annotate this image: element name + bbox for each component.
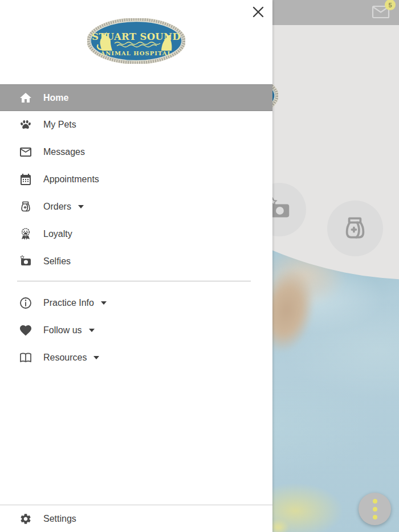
unread-count-badge: 5 <box>385 0 396 10</box>
camera-star-icon <box>19 255 32 268</box>
drawer-item-follow-us[interactable]: Follow us <box>0 317 272 344</box>
pool-toy <box>269 517 292 532</box>
drawer-item-label: Home <box>43 93 68 103</box>
paw-icon <box>19 118 32 132</box>
drawer-item-label: Messages <box>43 147 85 157</box>
more-actions-fab[interactable] <box>359 493 391 525</box>
food-bag-icon <box>19 200 32 214</box>
drawer-item-label: Loyalty <box>43 229 72 239</box>
heart-icon <box>19 324 32 337</box>
drawer-item-label: Practice Info <box>43 298 94 308</box>
clinic-logo: STUART SOUND ANIMAL HOSPITAL <box>0 0 272 84</box>
info-icon <box>19 296 32 310</box>
drawer-item-loyalty[interactable]: Loyalty <box>0 220 272 248</box>
drawer-menu: Home My Pets <box>0 84 272 371</box>
logo-line1: STUART SOUND <box>92 31 181 42</box>
award-icon <box>19 227 32 241</box>
drawer-item-resources[interactable]: Resources <box>0 344 272 371</box>
fab-dot <box>373 499 377 504</box>
chevron-down-icon <box>89 329 95 332</box>
logo-line2: ANIMAL HOSPITAL <box>100 50 172 56</box>
book-icon <box>19 351 32 365</box>
drawer-item-messages[interactable]: Messages <box>0 138 272 166</box>
app-screen: 5 STUART SOUND <box>0 0 399 532</box>
drawer-item-label: Follow us <box>43 325 82 335</box>
drawer-item-practice-info[interactable]: Practice Info <box>0 289 272 317</box>
menu-divider <box>17 281 251 281</box>
close-icon[interactable] <box>251 5 266 19</box>
drawer-item-label: My Pets <box>43 120 76 130</box>
drawer-item-home[interactable]: Home <box>0 84 272 111</box>
drawer-item-selfies[interactable]: Selfies <box>0 248 272 275</box>
messages-header-button[interactable]: 5 <box>372 4 391 21</box>
envelope-icon <box>19 145 32 159</box>
navigation-drawer: STUART SOUND ANIMAL HOSPITAL Home <box>0 0 272 532</box>
chevron-down-icon <box>93 356 99 359</box>
drawer-item-label: Appointments <box>43 174 99 185</box>
orders-circle-button[interactable] <box>327 200 383 256</box>
drawer-item-appointments[interactable]: Appointments <box>0 166 272 193</box>
drawer-item-settings[interactable]: Settings <box>0 505 272 532</box>
drawer-item-my-pets[interactable]: My Pets <box>0 111 272 138</box>
chevron-down-icon <box>78 205 84 208</box>
gear-icon <box>19 512 32 526</box>
fab-dot <box>373 515 377 519</box>
drawer-item-orders[interactable]: Orders <box>0 193 272 220</box>
drawer-item-label: Orders <box>43 202 71 212</box>
drawer-item-label: Selfies <box>43 256 71 267</box>
food-bag-icon <box>341 214 369 243</box>
drawer-item-label: Settings <box>43 514 76 524</box>
fab-dot <box>373 507 377 511</box>
calendar-icon <box>19 173 32 186</box>
chevron-down-icon <box>101 301 107 305</box>
home-icon <box>19 91 32 105</box>
drawer-item-label: Resources <box>43 353 87 363</box>
